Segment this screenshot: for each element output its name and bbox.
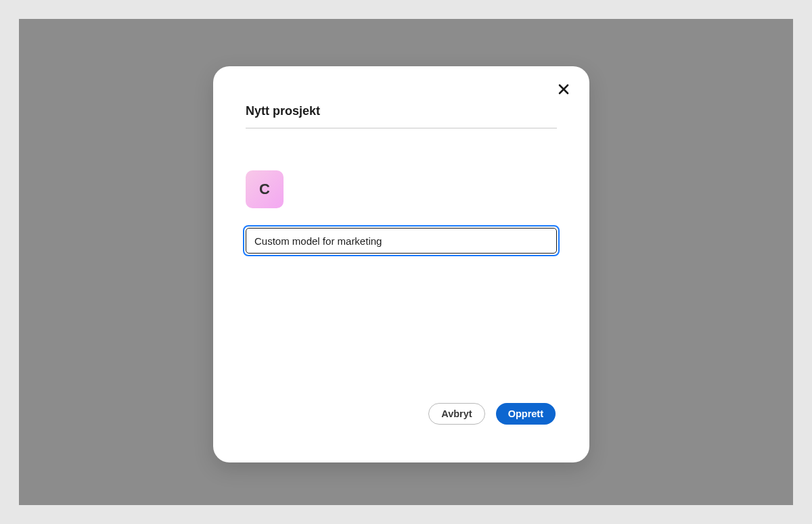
close-icon	[558, 84, 569, 95]
project-name-input[interactable]	[246, 228, 557, 254]
project-name-input-wrapper	[243, 225, 560, 256]
modal-footer: Avbryt Opprett	[428, 403, 556, 425]
new-project-modal: Nytt prosjekt C Avbryt Opprett	[213, 66, 589, 462]
cancel-button[interactable]: Avbryt	[428, 403, 484, 425]
create-button[interactable]: Opprett	[496, 403, 556, 425]
project-icon-letter: C	[259, 181, 270, 198]
close-button[interactable]	[557, 82, 570, 96]
project-icon: C	[246, 170, 284, 208]
modal-header: Nytt prosjekt	[246, 104, 557, 128]
modal-title: Nytt prosjekt	[246, 104, 557, 118]
